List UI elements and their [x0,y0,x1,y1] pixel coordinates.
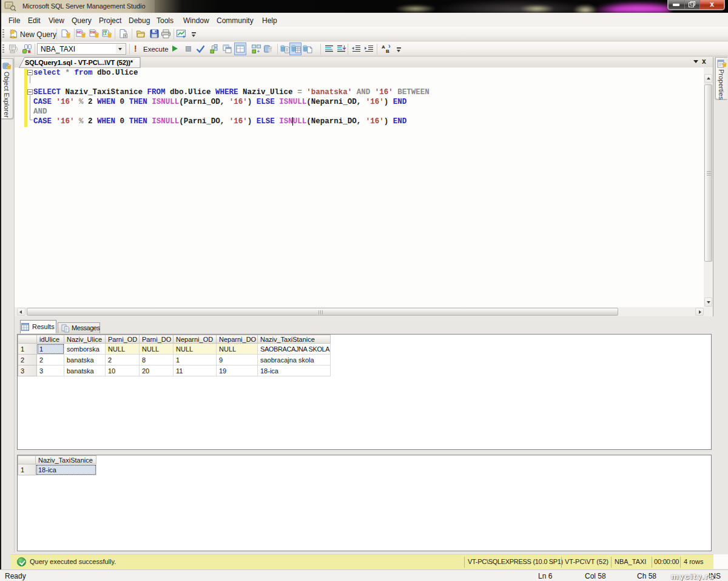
svg-text:B: B [386,49,389,54]
svg-text:LA: LA [103,33,107,36]
svg-text:MD: MD [77,30,83,34]
svg-text:A: A [382,44,385,50]
svg-text:DM: DM [90,30,96,34]
